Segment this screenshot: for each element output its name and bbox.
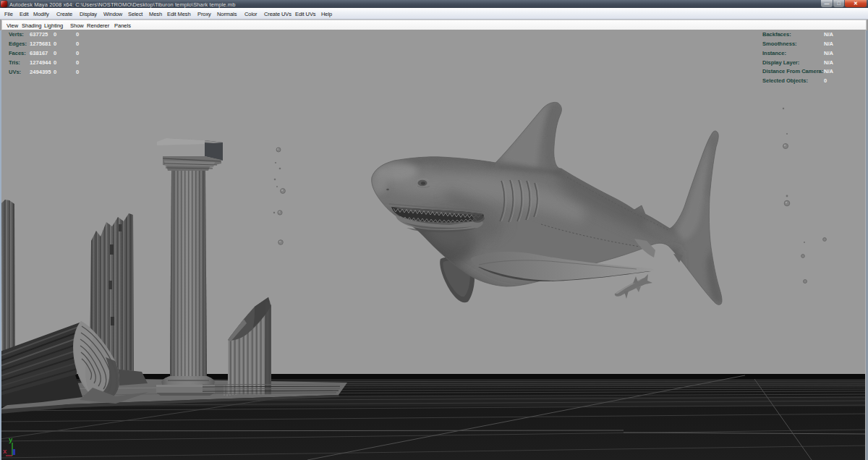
svg-text:y: y xyxy=(9,435,13,443)
svg-text:x: x xyxy=(3,447,7,455)
